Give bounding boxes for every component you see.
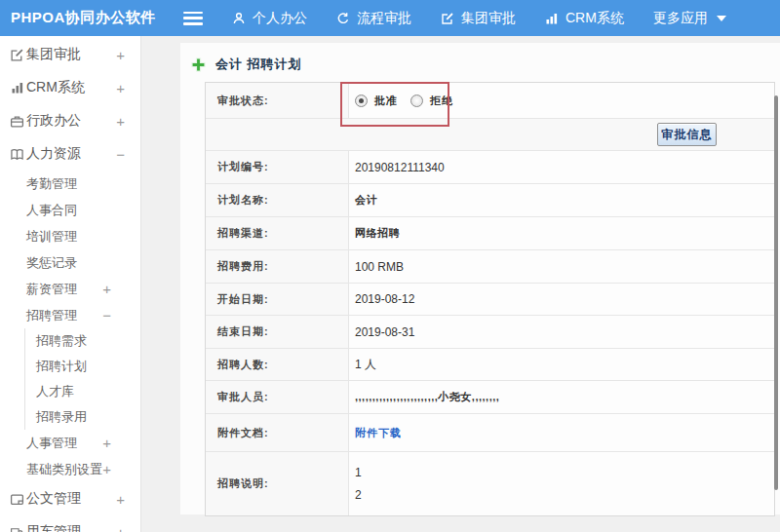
sidebar-item-label: 用车管理	[26, 523, 81, 532]
form-row: 附件文档:附件下载	[206, 414, 774, 452]
sidebar-item-奖惩记录[interactable]: 奖惩记录	[0, 249, 140, 276]
approval-info-button[interactable]: 审批信息	[657, 123, 717, 146]
expand-icon[interactable]: +	[116, 114, 125, 129]
nav-item-5[interactable]: 更多应用	[653, 10, 726, 27]
expand-icon[interactable]: +	[102, 462, 111, 476]
sidebar-item-label: 招聘计划	[36, 358, 87, 375]
form-row: 招聘说明:12	[206, 452, 774, 515]
form-row: 结束日期:2019-08-31	[206, 316, 774, 349]
field-value: 12	[349, 452, 774, 515]
expand-icon[interactable]: +	[116, 48, 125, 62]
field-label: 计划名称:	[206, 184, 349, 216]
sidebar-item-CRM系统[interactable]: CRM系统+	[0, 71, 140, 104]
field-value: 100 RMB	[349, 250, 774, 283]
app-logo[interactable]: PHPOA协同办公软件	[0, 9, 183, 27]
sidebar-item-人事合同[interactable]: 人事合同	[0, 197, 140, 223]
sidebar-item-label: 招聘录用	[36, 408, 87, 426]
bar-chart-icon	[8, 81, 26, 95]
truck-icon	[8, 525, 26, 532]
briefcase-icon	[8, 114, 26, 129]
description-lines: 12	[355, 458, 362, 510]
field-value: 20190812111340	[349, 151, 774, 183]
field-label: 附件文档:	[206, 414, 349, 451]
form-row: 招聘渠道:网络招聘	[206, 217, 774, 250]
sidebar-item-行政办公[interactable]: 行政办公+	[0, 104, 140, 137]
field-label: 结束日期:	[206, 316, 349, 348]
document-icon	[8, 492, 26, 507]
radio-option-label: 拒绝	[430, 94, 453, 108]
nav-item-label: 流程审批	[357, 10, 411, 27]
sidebar-item-label: 人力资源	[26, 145, 81, 163]
bar-chart-icon	[545, 12, 559, 25]
row-approval-button: 审批信息	[206, 119, 774, 151]
flow-icon	[336, 12, 350, 25]
sidebar-item-招聘计划[interactable]: 招聘计划	[0, 354, 140, 379]
radio-unselected-icon[interactable]	[410, 95, 423, 107]
sidebar-item-label: CRM系统	[26, 79, 85, 96]
sidebar-item-人才库[interactable]: 人才库	[0, 379, 140, 404]
nav-item-2[interactable]: 流程审批	[336, 10, 411, 27]
sidebar-item-label: 招聘管理	[26, 307, 77, 324]
field-value: 2019-08-12	[349, 284, 774, 315]
sidebar-item-label: 薪资管理	[26, 281, 77, 298]
sidebar-item-薪资管理[interactable]: 薪资管理+	[0, 276, 140, 302]
nav-item-label: 集团审批	[461, 10, 516, 27]
approval-status-label: 审批状态:	[206, 83, 349, 118]
expand-icon[interactable]: +	[116, 81, 125, 95]
sidebar-item-集团审批[interactable]: 集团审批+	[0, 38, 140, 71]
sidebar: 集团审批+CRM系统+行政办公+人力资源−考勤管理人事合同培训管理奖惩记录薪资管…	[0, 36, 141, 532]
menu-hamburger-icon[interactable]	[183, 12, 203, 25]
sidebar-item-label: 招聘需求	[36, 332, 87, 350]
sidebar-item-公文管理[interactable]: 公文管理+	[0, 482, 140, 515]
collapse-icon[interactable]: −	[102, 308, 111, 323]
field-value: 附件下载	[349, 414, 774, 451]
radio-selected-icon[interactable]	[355, 95, 368, 107]
field-label: 招聘费用:	[206, 250, 349, 283]
sidebar-item-label: 奖惩记录	[26, 254, 77, 272]
sidebar-item-label: 人事管理	[26, 435, 77, 452]
row-approval-status: 审批状态: 批准拒绝	[206, 83, 774, 119]
nav-item-label: CRM系统	[566, 10, 624, 27]
field-value: 网络招聘	[349, 217, 774, 249]
field-label: 招聘渠道:	[206, 217, 349, 249]
field-label: 审批人员:	[206, 381, 349, 413]
sidebar-item-培训管理[interactable]: 培训管理	[0, 223, 140, 249]
page-title-text: 会计 招聘计划	[215, 56, 302, 73]
sidebar-item-label: 行政办公	[26, 112, 81, 130]
field-value: ,,,,,,,,,,,,,,,,,,,,,,,,小尧女,,,,,,,,	[349, 381, 774, 413]
form-row: 招聘费用:100 RMB	[206, 250, 774, 284]
sidebar-item-label: 人事合同	[26, 202, 77, 219]
radio-option-批准[interactable]: 批准	[355, 94, 398, 108]
sidebar-item-用车管理[interactable]: 用车管理+	[0, 515, 140, 532]
caret-down-icon	[715, 16, 726, 21]
nav-item-label: 更多应用	[653, 10, 708, 27]
expand-icon[interactable]: +	[116, 525, 125, 532]
nav-item-1[interactable]: 个人办公	[232, 10, 307, 27]
sidebar-item-人事管理[interactable]: 人事管理+	[0, 430, 140, 456]
edit-square-icon	[8, 48, 26, 62]
sidebar-item-label: 集团审批	[26, 46, 81, 63]
sidebar-item-考勤管理[interactable]: 考勤管理	[0, 171, 140, 197]
sidebar-item-招聘需求[interactable]: 招聘需求	[0, 328, 140, 354]
attachment-download-link[interactable]: 附件下载	[355, 426, 402, 440]
form-row: 计划编号:20190812111340	[206, 151, 774, 184]
sidebar-item-人力资源[interactable]: 人力资源−	[0, 137, 140, 171]
sidebar-item-基础类别设置[interactable]: 基础类别设置+	[0, 456, 140, 482]
collapse-icon[interactable]: −	[116, 147, 125, 162]
sidebar-item-label: 基础类别设置	[26, 461, 102, 478]
expand-icon[interactable]: +	[102, 436, 111, 450]
radio-option-label: 批准	[374, 94, 398, 108]
sidebar-item-招聘录用[interactable]: 招聘录用	[0, 404, 140, 430]
nav-item-3[interactable]: 集团审批	[441, 10, 516, 27]
radio-option-拒绝[interactable]: 拒绝	[410, 94, 453, 108]
expand-icon[interactable]: +	[116, 492, 125, 507]
form-row: 计划名称:会计	[206, 184, 774, 217]
description-line: 2	[355, 488, 362, 502]
nav-item-4[interactable]: CRM系统	[545, 10, 624, 27]
top-nav: 个人办公流程审批集团审批CRM系统更多应用	[232, 10, 726, 27]
expand-icon[interactable]: +	[102, 282, 111, 296]
form-row: 审批人员:,,,,,,,,,,,,,,,,,,,,,,,,小尧女,,,,,,,,	[206, 381, 774, 414]
sidebar-scrollbar[interactable]	[774, 95, 778, 490]
sidebar-item-label: 培训管理	[26, 228, 77, 246]
sidebar-item-招聘管理[interactable]: 招聘管理−	[0, 302, 140, 328]
